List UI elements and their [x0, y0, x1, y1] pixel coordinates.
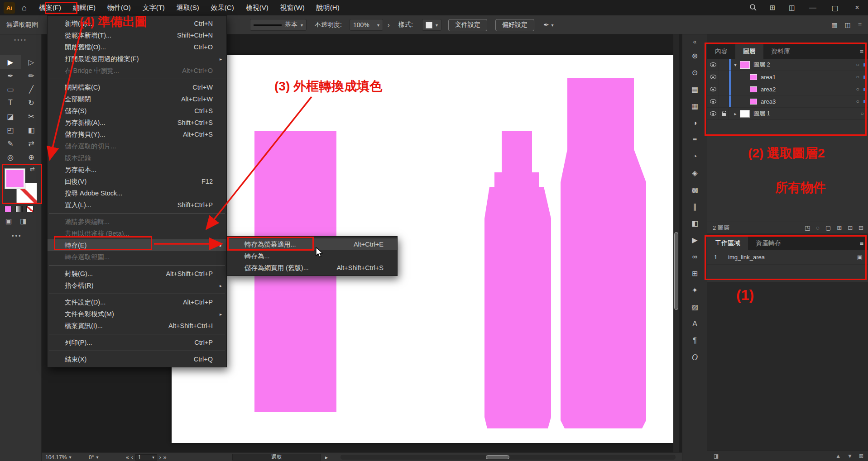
- menu-item[interactable]: [48, 332, 226, 337]
- layer-thumbnail[interactable]: [740, 110, 750, 118]
- minimize-button[interactable]: —: [806, 4, 819, 12]
- tool-button[interactable]: ⊕: [21, 150, 42, 164]
- panel-icon[interactable]: ◧: [691, 219, 698, 228]
- submenu-item[interactable]: 轉存為螢幕適用... Alt+Ctrl+E: [227, 238, 397, 250]
- artboard-row[interactable]: 1 img_link_area ▣: [707, 250, 868, 265]
- horizontal-scrollbar-thumb[interactable]: [486, 455, 509, 459]
- visibility-toggle[interactable]: [707, 108, 719, 119]
- horizontal-scrollbar[interactable]: [340, 455, 676, 460]
- menu-item[interactable]: 文件色彩模式(M): [48, 308, 226, 320]
- panel-icon[interactable]: ⊛: [692, 52, 698, 61]
- panel-tab[interactable]: 工作區域: [707, 237, 748, 250]
- large-bottle-shape[interactable]: [561, 78, 646, 428]
- menu-item[interactable]: [48, 211, 226, 216]
- illustrator-logo[interactable]: Ai: [4, 2, 15, 14]
- artboard-number-dropdown[interactable]: 1▾: [135, 454, 157, 461]
- menu-item[interactable]: 封裝(G)... Alt+Shift+Ctrl+P: [48, 268, 226, 280]
- menu-item[interactable]: 另存範本...: [48, 164, 226, 176]
- menu-item[interactable]: 搜尋 Adobe Stock...: [48, 187, 226, 199]
- tool-button[interactable]: ⇄: [21, 137, 42, 150]
- last-artboard-button[interactable]: »: [163, 454, 167, 461]
- menu-item[interactable]: 從範本新增(T)... Shift+Ctrl+N: [48, 29, 226, 41]
- menu-item[interactable]: 新增(N)... Ctrl+N: [48, 18, 226, 29]
- panel-tab[interactable]: 資料庫: [763, 44, 798, 59]
- preferences-button[interactable]: 偏好設定: [495, 19, 534, 31]
- zoom-level-dropdown[interactable]: 104.17%: [45, 453, 71, 461]
- expand-chevron[interactable]: ▾: [731, 62, 740, 67]
- opacity-dropdown[interactable]: 100%: [350, 19, 383, 31]
- prev-artboard-button[interactable]: ‹: [131, 454, 133, 461]
- edit-toolbar-icon[interactable]: •••: [12, 233, 22, 239]
- panel-tab[interactable]: 圖層: [735, 44, 763, 59]
- first-artboard-button[interactable]: «: [126, 454, 129, 461]
- tool-button[interactable]: ↻: [21, 96, 42, 109]
- tool-button[interactable]: ▭: [0, 82, 21, 96]
- split-view-icon[interactable]: ◫: [845, 21, 851, 29]
- tool-button[interactable]: ◎: [0, 150, 21, 164]
- tool-button[interactable]: ✎: [0, 137, 21, 150]
- menu-item[interactable]: [48, 348, 226, 353]
- tool-button[interactable]: ✒: [0, 69, 21, 82]
- panel-menu-icon[interactable]: ≡: [860, 48, 863, 55]
- panels-bottom-icon[interactable]: ▲: [835, 453, 841, 459]
- menu-item[interactable]: 文件設定(D)... Alt+Ctrl+P: [48, 296, 226, 308]
- close-button[interactable]: ×: [851, 4, 863, 12]
- draw-behind-icon[interactable]: ◨: [20, 217, 26, 225]
- menu-item[interactable]: 打開最近使用過的檔案(F): [48, 53, 226, 65]
- status-play-icon[interactable]: ▸: [325, 453, 328, 461]
- panel-icon[interactable]: ∥: [693, 202, 697, 211]
- lock-toggle[interactable]: [719, 59, 729, 71]
- layer-row[interactable]: area2: [707, 83, 868, 95]
- control-menu-icon[interactable]: ≡: [858, 21, 862, 29]
- menu-item[interactable]: 結束(X) Ctrl+Q: [48, 353, 226, 365]
- document-setup-button[interactable]: 文件設定: [448, 19, 487, 31]
- menu-item[interactable]: 轉存選取範圍...: [48, 251, 226, 263]
- menu-item[interactable]: [48, 76, 226, 81]
- tool-button[interactable]: ◧: [21, 123, 42, 137]
- tool-button[interactable]: ◪: [0, 109, 21, 123]
- home-icon[interactable]: ⌂: [22, 3, 27, 13]
- lock-toggle[interactable]: [719, 83, 729, 95]
- next-artboard-button[interactable]: ›: [159, 454, 161, 461]
- vertical-scrollbar-thumb[interactable]: [674, 232, 678, 310]
- panel-menu-icon[interactable]: ≡: [860, 240, 863, 247]
- artboard-icon[interactable]: ▣: [857, 254, 868, 261]
- tool-button[interactable]: ╱: [21, 82, 42, 96]
- layer-name[interactable]: area1: [761, 74, 852, 81]
- menubar-menu[interactable]: 視窗(W): [274, 0, 311, 15]
- menu-item[interactable]: 共用以供審核 (Beta)...: [48, 228, 226, 239]
- panel-icon[interactable]: ▨: [691, 303, 698, 312]
- menubar-menu[interactable]: 檔案(F): [33, 0, 67, 15]
- layer-name[interactable]: 圖層 1: [753, 109, 856, 118]
- lock-toggle[interactable]: [719, 71, 729, 83]
- menu-item[interactable]: 邀請參與編輯...: [48, 216, 226, 228]
- panels-bottom-icon[interactable]: ⊠: [859, 453, 863, 459]
- visibility-toggle[interactable]: [707, 59, 719, 71]
- align-panel-icon[interactable]: ▦: [831, 21, 837, 29]
- panels-bottom-icon[interactable]: ▼: [847, 453, 853, 459]
- visibility-toggle[interactable]: [707, 71, 719, 83]
- menu-item[interactable]: 儲存拷貝(Y)... Alt+Ctrl+S: [48, 128, 226, 140]
- submenu-item[interactable]: 轉存為...: [227, 250, 397, 262]
- artboard-name[interactable]: img_link_area: [728, 254, 857, 261]
- menubar-menu[interactable]: 檢視(V): [240, 0, 274, 15]
- menu-item[interactable]: 版本記錄: [48, 152, 226, 164]
- menu-item[interactable]: 開啟舊檔(O)... Ctrl+O: [48, 41, 226, 53]
- panel-icon[interactable]: A: [692, 319, 697, 328]
- tool-button[interactable]: ✏: [21, 69, 42, 82]
- target-circle-icon[interactable]: [852, 98, 863, 105]
- panel-icon[interactable]: ✦: [692, 286, 698, 295]
- menu-item[interactable]: [48, 291, 226, 296]
- layer-name[interactable]: area3: [761, 98, 852, 105]
- visibility-toggle[interactable]: [707, 83, 719, 95]
- menu-item[interactable]: 在 Bridge 中瀏覽... Alt+Ctrl+O: [48, 65, 226, 76]
- menu-item[interactable]: 全部關閉 Alt+Ctrl+W: [48, 93, 226, 105]
- layer-row[interactable]: ▾ 圖層 2: [707, 59, 868, 71]
- target-circle-icon[interactable]: [852, 62, 863, 68]
- panel-icon[interactable]: ◈: [692, 169, 697, 178]
- target-circle-icon[interactable]: [856, 110, 868, 117]
- panel-tab[interactable]: 資產轉存: [748, 237, 789, 250]
- stroke-profile-dropdown[interactable]: 基本: [250, 19, 307, 31]
- panel-icon[interactable]: ¶: [693, 336, 697, 345]
- fill-color-swatch[interactable]: [5, 168, 25, 189]
